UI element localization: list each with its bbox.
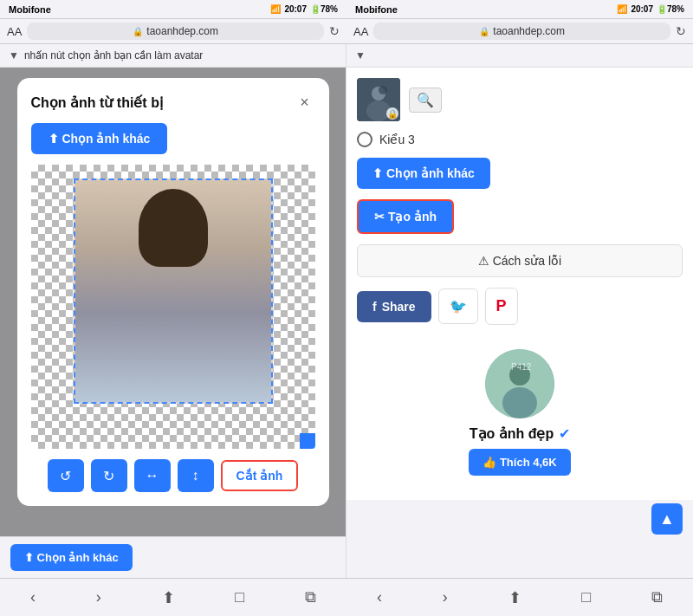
scroll-up-button[interactable]: ▲ <box>651 503 683 535</box>
browser-bar-left: AA 🔒 taoanhdep.com ↻ <box>0 19 346 44</box>
kieu3-label: Kiểu 3 <box>379 133 415 146</box>
avatar-circle: P412 <box>485 349 554 418</box>
zoom-button[interactable]: 🔍 <box>409 88 442 113</box>
flip-vertical-button[interactable]: ↕ <box>178 459 214 492</box>
url-text-right: taoanhdep.com <box>493 25 565 37</box>
svg-point-6 <box>502 387 537 418</box>
thumbnail-preview <box>357 78 400 121</box>
svg-text:P412: P412 <box>511 362 532 372</box>
crop-area[interactable] <box>31 165 315 449</box>
tao-anh-button[interactable]: ✂ Tạo ảnh <box>357 199 454 234</box>
wifi-icon-right: 📶 <box>617 4 627 14</box>
back-button-right[interactable]: ‹ <box>370 585 389 610</box>
share-row: f Share 🐦 P <box>357 288 683 325</box>
person-silhouette <box>75 180 271 402</box>
brand-name: Tạo ảnh đẹp <box>470 425 554 442</box>
battery-left: 🔋78% <box>310 4 338 14</box>
left-bottom-bar: ⬆ Chọn ảnh khác <box>0 536 346 578</box>
status-bar-left: Mobifone 📶 20:07 🔋78% <box>0 0 346 19</box>
kieu3-radio[interactable] <box>357 132 372 147</box>
back-button-left[interactable]: ‹ <box>23 585 42 610</box>
refresh-icon-left[interactable]: ↻ <box>329 24 340 38</box>
flip-horizontal-button[interactable]: ↔ <box>134 459 171 492</box>
close-button[interactable]: × <box>295 92 315 113</box>
crop-modal: Chọn ảnh từ thiết bị × ⬆ Chọn ảnh khác ↺… <box>17 78 329 506</box>
share-label: Share <box>382 300 416 314</box>
crop-toolbar: ↺ ↻ ↔ ↕ Cắt ảnh <box>31 459 315 492</box>
right-content: 🔍 Kiểu 3 ⬆ Chọn ảnh khác ✂ Tạo ảnh ⚠ Các… <box>346 68 693 500</box>
time-right: 20:07 <box>631 4 653 14</box>
left-top-bar: ▼ nhấn nút chọn ảnh bạn cần làm avatar <box>0 44 346 68</box>
avatar-preview: P412 Tạo ảnh đẹp ✔ 👍 Thích 4,6K <box>357 335 683 490</box>
lock-icon-left: 🔒 <box>133 27 143 36</box>
choose-image-button-top[interactable]: ⬆ Chọn ảnh khác <box>31 123 168 154</box>
url-bar-left[interactable]: 🔒 taoanhdep.com <box>27 23 324 40</box>
chevron-right[interactable]: ▼ <box>355 49 366 62</box>
thumbnail-svg <box>357 78 400 121</box>
modal-title: Chọn ảnh từ thiết bị <box>31 94 163 111</box>
share-button-right[interactable]: ⬆ <box>502 585 528 611</box>
tao-anh-row: ✂ Tạo ảnh <box>357 199 683 234</box>
modal-overlay: Chọn ảnh từ thiết bị × ⬆ Chọn ảnh khác ↺… <box>0 68 346 536</box>
right-top-bar: ▼ <box>346 44 693 68</box>
tabs-button-left[interactable]: ⧉ <box>298 585 323 610</box>
left-panel: ▼ nhấn nút chọn ảnh bạn cần làm avatar C… <box>0 44 346 578</box>
carrier-left: Mobifone <box>9 4 51 15</box>
facebook-icon: f <box>372 300 377 314</box>
action-row: ⬆ Chọn ảnh khác <box>357 158 683 189</box>
aa-label-right[interactable]: AA <box>353 25 368 38</box>
right-panel-wrapper: ▼ 🔍 <box>346 44 693 578</box>
browser-bar-right: AA 🔒 taoanhdep.com ↻ <box>346 19 693 44</box>
avatar-label-row: Tạo ảnh đẹp ✔ <box>470 425 571 442</box>
refresh-icon-right[interactable]: ↻ <box>676 24 686 38</box>
wifi-icon: 📶 <box>270 4 281 14</box>
verified-icon: ✔ <box>559 425 570 442</box>
nav-bar-left: ‹ › ⬆ □ ⧉ <box>0 578 346 616</box>
chevron-left[interactable]: ▼ <box>9 49 19 62</box>
cach-sua-button[interactable]: ⚠ Cách sửa lỗi <box>357 244 683 277</box>
carrier-right: Mobifone <box>355 4 398 15</box>
right-panel: ▼ 🔍 <box>346 44 693 500</box>
undo-button[interactable]: ↺ <box>48 459 84 492</box>
bookmarks-button-left[interactable]: □ <box>228 585 251 610</box>
redo-button[interactable]: ↻ <box>91 459 127 492</box>
nav-bar-right: ‹ › ⬆ □ ⧉ <box>346 578 693 616</box>
share-twitter-button[interactable]: 🐦 <box>438 289 478 324</box>
forward-button-left[interactable]: › <box>89 585 108 610</box>
choose-image-button-bottom[interactable]: ⬆ Chọn ảnh khác <box>10 544 133 571</box>
crop-image <box>74 178 273 404</box>
svg-point-2 <box>366 101 391 121</box>
left-top-instruction: nhấn nút chọn ảnh bạn cần làm avatar <box>24 49 203 62</box>
lock-icon-right: 🔒 <box>479 27 489 36</box>
bookmarks-button-right[interactable]: □ <box>574 585 598 610</box>
pinterest-icon: P <box>496 297 507 314</box>
crop-handle-bottom-right[interactable] <box>300 433 315 449</box>
share-facebook-button[interactable]: f Share <box>357 291 431 322</box>
status-bar-right: Mobifone 📶 20:07 🔋78% <box>346 0 693 19</box>
battery-right: 🔋78% <box>657 4 684 14</box>
share-button-left[interactable]: ⬆ <box>155 585 182 611</box>
like-button[interactable]: 👍 Thích 4,6K <box>469 449 570 476</box>
kieu3-radio-row: Kiểu 3 <box>357 132 683 147</box>
forward-button-right[interactable]: › <box>436 585 455 610</box>
cat-anh-button[interactable]: Cắt ảnh <box>221 460 299 491</box>
aa-label-left[interactable]: AA <box>7 25 22 38</box>
choose-image-button-right[interactable]: ⬆ Chọn ảnh khác <box>357 158 490 189</box>
tabs-button-right[interactable]: ⧉ <box>644 585 670 610</box>
avatar-svg: P412 <box>485 349 554 418</box>
share-pinterest-button[interactable]: P <box>485 288 518 325</box>
modal-header: Chọn ảnh từ thiết bị × <box>31 92 315 113</box>
url-text-left: taoanhdep.com <box>146 25 218 37</box>
svg-point-3 <box>379 86 387 94</box>
twitter-icon: 🐦 <box>450 299 467 314</box>
thumbnail-row: 🔍 <box>357 78 683 121</box>
url-bar-right[interactable]: 🔒 taoanhdep.com <box>373 23 670 40</box>
time-left: 20:07 <box>284 4 307 14</box>
